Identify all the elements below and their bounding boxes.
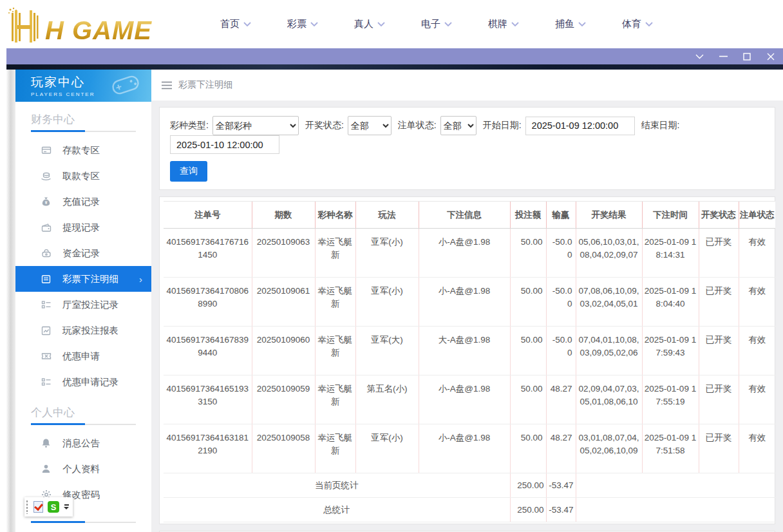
bet-time-cell: 2025-01-09 17:55:19 bbox=[642, 375, 699, 424]
search-button[interactable]: 查询 bbox=[170, 161, 207, 182]
nav-item-fishing[interactable]: 捕鱼 bbox=[537, 18, 604, 30]
col-header-order-status: 注单状态 bbox=[739, 202, 775, 229]
win-loss-cell: 48.27 bbox=[546, 375, 576, 424]
table-row: 401569173641678399440 20250109060 幸运飞艇新 … bbox=[164, 327, 775, 375]
amount-cell: 50.00 bbox=[510, 278, 546, 327]
sidebar-item-lottery-bet-details[interactable]: 彩票下注明细 › bbox=[15, 266, 151, 292]
sidebar-item-recharge-records[interactable]: ¥ 充值记录 bbox=[15, 189, 151, 214]
col-header-result: 开奖结果 bbox=[576, 202, 642, 229]
order-status-label: 注单状态: bbox=[398, 120, 437, 131]
window-maximize-button[interactable] bbox=[742, 52, 751, 61]
sogou-s-icon[interactable]: S bbox=[48, 501, 59, 513]
table-row: 401569173641631812190 20250109058 幸运飞艇新 … bbox=[164, 424, 775, 473]
result-cell: 07,04,01,10,08,03,09,05,02,06 bbox=[576, 327, 642, 375]
sidebar-item-promo-apply[interactable]: 优惠申请 bbox=[15, 343, 151, 369]
window-close-button[interactable] bbox=[766, 52, 775, 61]
expand-toolbar-icon[interactable] bbox=[64, 504, 69, 509]
sidebar-item-label: 提现记录 bbox=[62, 222, 100, 234]
draw-status-cell: 已开奖 bbox=[699, 424, 739, 473]
bet-id-cell: 401569173641631812190 bbox=[164, 424, 252, 473]
bets-table: 注单号 期数 彩种名称 玩法 下注信息 投注额 输赢 开奖结果 下注时间 开奖状… bbox=[164, 201, 775, 522]
period-cell: 20250109063 bbox=[252, 229, 315, 278]
bet-info-cell: 小-A盘@1.98 bbox=[419, 424, 510, 473]
period-cell: 20250109061 bbox=[252, 278, 315, 327]
nav-item-slots[interactable]: 电子 bbox=[403, 18, 470, 30]
lottery-type-select[interactable]: 全部彩种 bbox=[212, 116, 299, 135]
filter-panel: 彩种类型: 全部彩种 开奖状态: 全部 注单状态: 全部 开始日期: 结束日期: bbox=[159, 107, 775, 190]
col-header-win-loss: 输赢 bbox=[546, 202, 576, 229]
purse-icon bbox=[41, 248, 52, 258]
order-status-select[interactable]: 全部 bbox=[440, 116, 476, 135]
nav-item-home[interactable]: 首页 bbox=[202, 18, 269, 30]
bet-time-cell: 2025-01-09 17:59:43 bbox=[642, 327, 699, 375]
logo[interactable]: H GAME bbox=[5, 6, 178, 43]
site-header: H GAME 首页 彩票 真人 电子 棋牌 捕鱼 体育 bbox=[0, 0, 783, 48]
sidebar-item-hall-bet-records[interactable]: 厅室投注记录 bbox=[15, 292, 151, 318]
draw-status-cell: 已开奖 bbox=[699, 327, 739, 375]
win-loss-cell: 48.27 bbox=[546, 424, 576, 473]
nav-label: 捕鱼 bbox=[555, 18, 574, 30]
sidebar-section-personal: 个人中心 bbox=[31, 405, 136, 420]
chevron-down-icon bbox=[645, 22, 653, 27]
coupon-icon bbox=[41, 352, 52, 361]
summary-amount-cell: 250.00 bbox=[510, 473, 546, 498]
sidebar: 玩家中心 PLAYERS CENTER 财务中心 存款 bbox=[15, 70, 151, 532]
summary-amount-cell: 250.00 bbox=[510, 498, 546, 522]
play-cell: 亚军(大) bbox=[355, 327, 419, 375]
window-minimize-button[interactable] bbox=[719, 52, 728, 61]
start-date-input[interactable] bbox=[525, 117, 635, 135]
summary-label-cell: 当前页统计 bbox=[164, 473, 510, 498]
sidebar-item-player-bet-report[interactable]: 玩家投注报表 bbox=[15, 318, 151, 343]
deposit-card-icon bbox=[41, 145, 52, 155]
window-titlebar bbox=[6, 48, 783, 64]
period-cell: 20250109059 bbox=[252, 375, 315, 424]
chevron-right-icon: › bbox=[139, 274, 142, 285]
nav-item-sports[interactable]: 体育 bbox=[604, 18, 671, 30]
bet-id-cell: 401569173641708068990 bbox=[164, 278, 252, 327]
sidebar-item-announcements[interactable]: 消息公告 bbox=[15, 430, 151, 456]
win-loss-cell: -50.00 bbox=[546, 278, 576, 327]
sidebar-item-profile[interactable]: 个人资料 bbox=[15, 456, 151, 482]
note-check-icon[interactable] bbox=[33, 501, 43, 513]
order-status-cell: 有效 bbox=[739, 229, 775, 278]
col-header-play: 玩法 bbox=[355, 202, 419, 229]
col-header-bet-info: 下注信息 bbox=[419, 202, 510, 229]
section-underline bbox=[31, 131, 136, 132]
period-cell: 20250109060 bbox=[252, 327, 315, 375]
sidebar-item-deposit[interactable]: 存款专区 bbox=[15, 137, 151, 163]
sidebar-section-finance: 财务中心 bbox=[31, 112, 136, 127]
amount-cell: 50.00 bbox=[510, 327, 546, 375]
sidebar-item-funds-records[interactable]: 资金记录 bbox=[15, 240, 151, 266]
window-dropdown-icon[interactable] bbox=[695, 52, 704, 61]
lottery-cell: 幸运飞艇新 bbox=[315, 229, 355, 278]
sidebar-header: 玩家中心 PLAYERS CENTER bbox=[15, 70, 151, 102]
bet-id-cell: 401569173641767161450 bbox=[164, 229, 252, 278]
nav-item-cards[interactable]: 棋牌 bbox=[470, 18, 537, 30]
sidebar-item-withdrawal-records[interactable]: 提现记录 bbox=[15, 214, 151, 240]
period-cell: 20250109058 bbox=[252, 424, 315, 473]
hamburger-icon[interactable] bbox=[162, 81, 172, 90]
col-header-period: 期数 bbox=[252, 202, 315, 229]
end-date-input[interactable] bbox=[170, 135, 279, 154]
col-header-bet-id: 注单号 bbox=[164, 202, 252, 229]
draw-status-select[interactable]: 全部 bbox=[348, 116, 392, 135]
order-status-cell: 有效 bbox=[739, 278, 775, 327]
draw-status-cell: 已开奖 bbox=[699, 229, 739, 278]
nav-item-live[interactable]: 真人 bbox=[336, 18, 403, 30]
sidebar-item-withdraw[interactable]: 取款专区 bbox=[15, 163, 151, 189]
draw-status-cell: 已开奖 bbox=[699, 278, 739, 327]
gamepad-icon bbox=[109, 73, 142, 97]
chevron-down-icon bbox=[310, 22, 318, 27]
window-edge bbox=[6, 70, 15, 532]
nav-item-lottery[interactable]: 彩票 bbox=[269, 18, 336, 30]
chevron-down-icon bbox=[444, 22, 452, 27]
main-nav: 首页 彩票 真人 电子 棋牌 捕鱼 体育 bbox=[202, 18, 671, 30]
total-summary-row: 总统计 250.00 -53.47 bbox=[164, 498, 775, 522]
chevron-down-icon bbox=[377, 22, 385, 27]
drag-handle-icon[interactable] bbox=[26, 500, 29, 514]
list-icon bbox=[41, 300, 52, 309]
logo-emblem bbox=[5, 6, 45, 43]
sidebar-item-promo-apply-records[interactable]: 优惠申请记录 bbox=[15, 369, 151, 395]
lottery-cell: 幸运飞艇新 bbox=[315, 278, 355, 327]
summary-label-cell: 总统计 bbox=[164, 498, 510, 522]
